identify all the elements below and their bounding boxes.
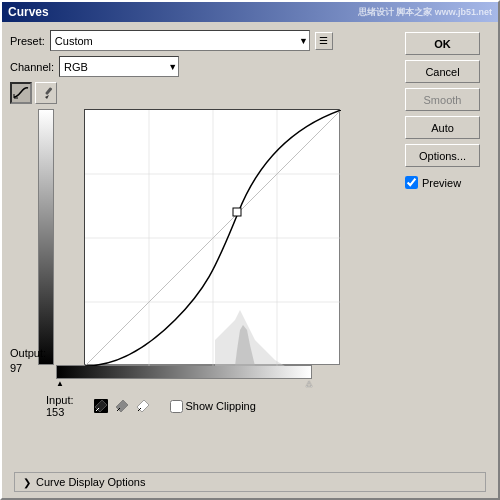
input-label: Input: bbox=[46, 394, 74, 406]
curve-display-chevron: ❯ bbox=[23, 477, 31, 488]
smooth-button[interactable]: Smooth bbox=[405, 88, 480, 111]
curve-tools bbox=[10, 82, 397, 104]
input-section: Input: 153 bbox=[46, 394, 74, 418]
channel-row: Channel: RGB Red Green Blue ▼ bbox=[10, 56, 397, 77]
show-clipping-label: Show Clipping bbox=[186, 400, 256, 412]
black-eyedropper-button[interactable] bbox=[92, 397, 110, 415]
channel-select[interactable]: RGB Red Green Blue bbox=[59, 56, 179, 77]
show-clipping-checkbox[interactable] bbox=[170, 400, 183, 413]
preview-checkbox[interactable] bbox=[405, 176, 418, 189]
white-eyedropper-button[interactable] bbox=[134, 397, 152, 415]
input-gradient-bar bbox=[56, 365, 312, 379]
curve-container: Output: 97 bbox=[10, 109, 397, 389]
show-clipping-row: Show Clipping bbox=[170, 400, 256, 413]
title-bar: Curves 思绪设计 脚本之家 www.jb51.net bbox=[2, 2, 498, 22]
curve-tool-button[interactable] bbox=[10, 82, 32, 104]
dialog-title: Curves bbox=[8, 5, 49, 19]
svg-marker-3 bbox=[45, 95, 49, 99]
preset-select[interactable]: Custom Default Linear bbox=[50, 30, 310, 51]
dialog-body: Preset: Custom Default Linear ▼ ☰ Channe… bbox=[2, 22, 498, 468]
curve-canvas[interactable] bbox=[84, 109, 340, 365]
preview-label: Preview bbox=[422, 177, 461, 189]
input-value: 153 bbox=[46, 406, 74, 418]
pencil-tool-button[interactable] bbox=[35, 82, 57, 104]
preset-menu-button[interactable]: ☰ bbox=[315, 32, 333, 50]
watermark-text: 思绪设计 脚本之家 www.jb51.net bbox=[358, 6, 492, 19]
auto-button[interactable]: Auto bbox=[405, 116, 480, 139]
cancel-button[interactable]: Cancel bbox=[405, 60, 480, 83]
output-value: 97 bbox=[10, 362, 22, 374]
svg-rect-11 bbox=[233, 208, 241, 216]
bottom-bar: ❯ Curve Display Options bbox=[2, 468, 498, 498]
right-panel: OK Cancel Smooth Auto Options... Preview bbox=[405, 30, 490, 460]
curve-display-label: Curve Display Options bbox=[36, 476, 145, 488]
gray-eyedropper-button[interactable] bbox=[113, 397, 131, 415]
preview-row: Preview bbox=[405, 176, 490, 189]
channel-select-wrapper: RGB Red Green Blue ▼ bbox=[59, 56, 179, 77]
curve-display-options-button[interactable]: ❯ Curve Display Options bbox=[14, 472, 486, 492]
preset-select-wrapper: Custom Default Linear ▼ bbox=[50, 30, 310, 51]
preset-row: Preset: Custom Default Linear ▼ ☰ bbox=[10, 30, 397, 51]
ok-button[interactable]: OK bbox=[405, 32, 480, 55]
eyedropper-tools bbox=[92, 397, 152, 415]
preset-label: Preset: bbox=[10, 35, 45, 47]
output-label: Output: bbox=[10, 347, 46, 359]
curves-dialog: Curves 思绪设计 脚本之家 www.jb51.net Preset: Cu… bbox=[0, 0, 500, 500]
output-gradient-bar bbox=[38, 109, 54, 365]
channel-label: Channel: bbox=[10, 61, 54, 73]
svg-rect-2 bbox=[45, 87, 52, 95]
options-button[interactable]: Options... bbox=[405, 144, 480, 167]
left-panel: Preset: Custom Default Linear ▼ ☰ Channe… bbox=[10, 30, 397, 460]
